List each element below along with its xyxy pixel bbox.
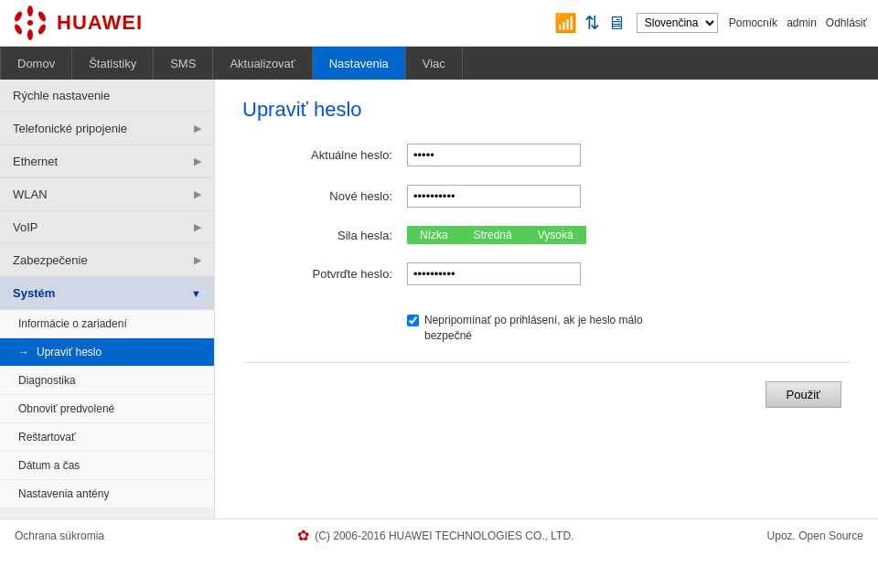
strength-label: Sila hesla: [242, 229, 407, 242]
nav-statistiky[interactable]: Štatistiky [72, 47, 154, 80]
current-password-row: Aktuálne heslo: [242, 144, 851, 166]
sidebar-sub-label-diagnostika: Diagnostika [18, 374, 76, 387]
footer: Ochrana súkromia ✿ (C) 2006-2016 HUAWEI … [0, 519, 878, 551]
logout-link[interactable]: Odhlásiť [826, 16, 867, 29]
nav-domov[interactable]: Domov [0, 47, 72, 80]
confirm-password-input-wrapper [407, 262, 581, 285]
sidebar-sub-label-antena: Nastavenia antény [18, 487, 109, 500]
strength-mid: Stredná [461, 226, 525, 244]
sidebar-item-wlan[interactable]: WLAN ▶ [0, 178, 214, 211]
sidebar-sub-datum[interactable]: Dátum a čas [0, 452, 214, 480]
confirm-password-row: Potvrďte heslo: [242, 262, 851, 285]
header-right: 📶 ⇅ 🖥 Slovenčina English Pomocník admin … [554, 12, 867, 34]
sidebar-section-system[interactable]: Systém ▼ [0, 277, 214, 310]
sidebar-sub-upravit-heslo[interactable]: → Upraviť heslo [0, 338, 214, 367]
sidebar-item-zabezpecenie[interactable]: Zabezpečenie ▶ [0, 244, 214, 277]
form-divider [242, 362, 851, 363]
language-select[interactable]: Slovenčina English [637, 13, 718, 33]
logo-text: HUAWEI [57, 11, 143, 35]
checkbox-row: Nepripomínať po prihlásení, ak je heslo … [407, 304, 851, 344]
new-password-row: Nové heslo: [242, 185, 851, 208]
page-title: Upraviť heslo [242, 98, 851, 122]
nav-viac[interactable]: Viac [406, 47, 463, 80]
svg-point-6 [27, 20, 33, 26]
chevron-right-icon-voip: ▶ [194, 221, 201, 233]
current-password-label: Aktuálne heslo: [242, 148, 407, 162]
arrow-active-icon: → [18, 346, 29, 358]
svg-point-3 [37, 23, 47, 35]
sidebar-label-zabezpecenie: Zabezpečenie [13, 253, 88, 267]
signal-bars-icon: 📶 [554, 12, 577, 34]
footer-center: ✿ (C) 2006-2016 HUAWEI TECHNOLOGIES CO.,… [297, 527, 573, 544]
footer-privacy[interactable]: Ochrana súkromia [15, 529, 104, 542]
huawei-flower-icon: ✿ [297, 527, 309, 544]
sidebar-sub-obnovit[interactable]: Obnoviť predvolené [0, 395, 214, 423]
nav-nastavenia[interactable]: Nastavenia [313, 47, 406, 80]
chevron-right-icon-zabezp: ▶ [194, 254, 201, 266]
chevron-right-icon-ethernet: ▶ [194, 155, 201, 167]
sidebar-label-ethernet: Ethernet [13, 155, 58, 168]
sidebar-sub-label-datum: Dátum a čas [18, 459, 80, 472]
footer-open-source[interactable]: Upoz. Open Source [767, 529, 863, 542]
header: HUAWEI 📶 ⇅ 🖥 Slovenčina English Pomocník… [0, 0, 878, 47]
chevron-down-icon-system: ▼ [191, 288, 201, 299]
svg-point-5 [37, 10, 47, 22]
chevron-right-icon-wlan: ▶ [194, 188, 201, 200]
nav-aktualizovat[interactable]: Aktualizovať [213, 47, 312, 80]
svg-point-2 [13, 10, 23, 22]
footer-copyright: (C) 2006-2016 HUAWEI TECHNOLOGIES CO., L… [315, 529, 573, 542]
logo-area: HUAWEI [11, 5, 143, 40]
confirm-password-input[interactable] [407, 262, 581, 285]
main-content: Upraviť heslo Aktuálne heslo: Nové heslo… [215, 80, 878, 519]
strength-row: Sila hesla: Nízka Stredná Vysoká [242, 226, 851, 244]
strength-low: Nízka [407, 226, 461, 244]
sidebar-item-voip[interactable]: VoIP ▶ [0, 211, 214, 244]
sidebar: Rýchle nastavenie Telefonické pripojenie… [0, 80, 215, 519]
sidebar-label-system: Systém [13, 286, 55, 300]
sidebar-sub-antena[interactable]: Nastavenia antény [0, 480, 214, 508]
admin-label: admin [787, 16, 817, 29]
remind-checkbox-label: Nepripomínať po prihlásení, ak je heslo … [424, 313, 662, 344]
current-password-input-wrapper [407, 144, 581, 166]
svg-point-4 [13, 23, 23, 35]
remind-checkbox[interactable] [407, 315, 419, 326]
sidebar-sub-diagnostika[interactable]: Diagnostika [0, 367, 214, 395]
monitor-icon: 🖥 [607, 13, 626, 34]
new-password-input[interactable] [407, 185, 581, 208]
help-link[interactable]: Pomocník [729, 16, 777, 29]
sidebar-label-rychle: Rýchle nastavenie [13, 89, 110, 102]
new-password-label: Nové heslo: [242, 189, 407, 203]
network-transfer-icon: ⇅ [584, 12, 600, 34]
sidebar-item-ethernet[interactable]: Ethernet ▶ [0, 145, 214, 178]
sidebar-sub-label-informacie: Informácie o zariadení [18, 317, 127, 330]
remind-checkbox-area: Nepripomínať po prihlásení, ak je heslo … [407, 313, 662, 344]
sidebar-label-telefonicke: Telefonické pripojenie [13, 122, 127, 135]
strength-bar: Nízka Stredná Vysoká [407, 226, 586, 244]
huawei-logo-icon [11, 5, 49, 40]
svg-point-0 [27, 5, 33, 16]
navbar: Domov Štatistiky SMS Aktualizovať Nastav… [0, 47, 878, 80]
nav-sms[interactable]: SMS [154, 47, 213, 80]
svg-point-1 [27, 29, 33, 40]
content: Rýchle nastavenie Telefonické pripojenie… [0, 80, 878, 519]
sidebar-sub-label-obnovit: Obnoviť predvolené [18, 402, 114, 415]
strength-high: Vysoká [525, 226, 586, 244]
header-links: Pomocník admin Odhlásiť [729, 16, 867, 29]
confirm-password-label: Potvrďte heslo: [242, 267, 407, 281]
sidebar-sub-informacie[interactable]: Informácie o zariadení [0, 310, 214, 338]
sidebar-sub-label-restartovat: Reštartovať [18, 431, 76, 444]
new-password-input-wrapper [407, 185, 581, 208]
sidebar-item-rychle-nastavenie[interactable]: Rýchle nastavenie [0, 80, 214, 112]
sidebar-sub-label-upravit: Upraviť heslo [37, 346, 102, 358]
signal-icons: 📶 ⇅ 🖥 [554, 12, 626, 34]
current-password-input[interactable] [407, 144, 581, 166]
sidebar-sub-restartovat[interactable]: Reštartovať [0, 423, 214, 452]
chevron-right-icon: ▶ [194, 123, 201, 134]
sidebar-label-wlan: WLAN [13, 187, 48, 201]
apply-button[interactable]: Použiť [766, 381, 841, 408]
sidebar-item-telefonicke[interactable]: Telefonické pripojenie ▶ [0, 112, 214, 145]
sidebar-label-voip: VoIP [13, 220, 37, 234]
